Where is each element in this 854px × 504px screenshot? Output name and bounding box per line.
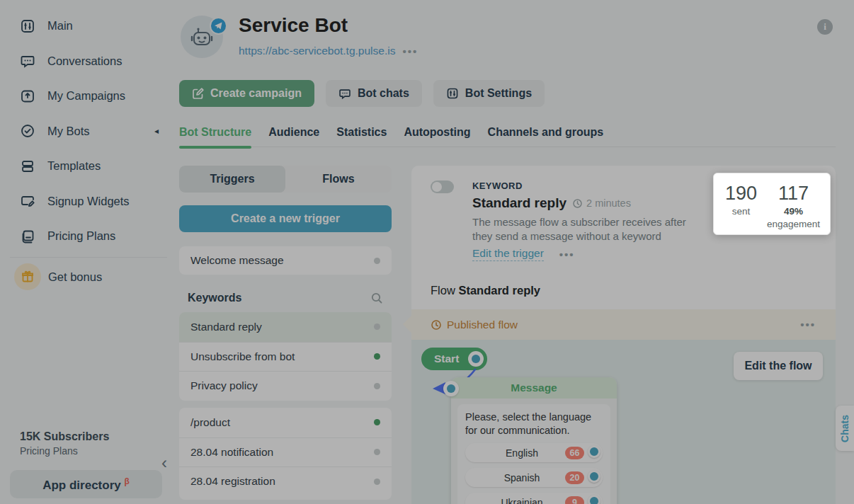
flow-button-english[interactable]: English 66 <box>465 443 603 462</box>
segment-triggers[interactable]: Triggers <box>179 166 285 193</box>
list-item[interactable]: Unsubscribe from bot <box>179 342 392 372</box>
get-bonus-label: Get bonus <box>48 270 102 284</box>
keyword-group: /product 28.04 notification 28.04 regist… <box>179 408 392 500</box>
sidebar-item-label: Signup Widgets <box>47 195 130 208</box>
triggers-flows-switch: Triggers Flows <box>179 166 392 193</box>
sidebar-item-label: My Bots <box>47 125 90 138</box>
published-flow-bar: Published flow ••• <box>411 309 836 340</box>
list-item[interactable]: Privacy policy <box>179 371 392 401</box>
status-dot <box>374 383 380 389</box>
list-item[interactable]: 28.04 registration <box>179 466 392 496</box>
message-input-connector[interactable] <box>443 381 459 396</box>
tab-autoposting[interactable]: Autoposting <box>404 126 470 147</box>
engagement-percent: 49% <box>767 206 820 217</box>
message-node[interactable]: Message Please, select the language for … <box>451 377 617 504</box>
trigger-more-menu[interactable]: ••• <box>559 248 575 260</box>
tab-statistics[interactable]: Statistics <box>336 126 387 147</box>
click-count-badge: 66 <box>565 447 584 459</box>
segment-flows[interactable]: Flows <box>285 166 392 193</box>
telegram-icon <box>210 17 227 35</box>
chevron-left-icon: ◂ <box>154 126 159 136</box>
trigger-toggle[interactable] <box>431 181 454 193</box>
engagement-label: engagement <box>767 219 820 229</box>
list-item[interactable]: /product <box>179 408 392 437</box>
dashboard-icon <box>20 18 35 34</box>
tab-bot-structure[interactable]: Bot Structure <box>179 126 251 147</box>
message-text: Please, select the language for our comm… <box>465 411 603 437</box>
flow-more-menu[interactable]: ••• <box>800 319 816 331</box>
flow-canvas[interactable]: Start Message Please, select the languag… <box>411 340 836 504</box>
sidebar-item-label: Pricing Plans <box>47 229 115 243</box>
chat-bubble-icon <box>338 87 351 100</box>
flow-button-spanish[interactable]: Spanish 20 <box>465 468 603 487</box>
sent-value: 190 <box>725 183 757 204</box>
trigger-detail-panel: KEYWORD Standard reply 2 minutes The mes… <box>411 166 836 504</box>
button-output-connector[interactable] <box>588 495 600 504</box>
sidebar: Main Conversations My Campaigns <box>0 0 177 504</box>
button-output-connector[interactable] <box>588 470 600 483</box>
subscribers-count: 15K Subscribers <box>20 430 109 443</box>
edit-trigger-link[interactable]: Edit the trigger <box>472 247 544 261</box>
sidebar-item-label: Templates <box>47 159 101 173</box>
list-item-standard-reply[interactable]: Standard reply <box>179 312 392 342</box>
settings-sliders-icon <box>446 87 459 100</box>
sidebar-item-label: Main <box>47 19 73 33</box>
sidebar-item-signup-widgets[interactable]: Signup Widgets <box>20 184 167 219</box>
tab-audience[interactable]: Audience <box>268 126 319 147</box>
sidebar-divider <box>10 257 167 258</box>
status-dot <box>374 353 380 360</box>
plan-info: 15K Subscribers Pricing Plans <box>20 430 109 457</box>
search-icon[interactable] <box>370 292 383 304</box>
history-clock-icon <box>572 198 583 209</box>
engagement-stat: 117 49% engagement <box>767 183 820 229</box>
flow-button-ukrainian[interactable]: Ukrainian 9 <box>465 493 603 504</box>
edit-flow-button[interactable]: Edit the flow <box>734 352 823 380</box>
page-title: Service Bot <box>239 14 348 37</box>
sidebar-nav: Main Conversations My Campaigns <box>20 8 167 254</box>
bot-settings-button[interactable]: Bot Settings <box>433 80 545 107</box>
info-icon[interactable]: i <box>817 19 833 35</box>
published-flow-status: Published flow <box>431 319 518 331</box>
templates-icon <box>20 159 35 174</box>
chat-bubble-icon <box>20 53 35 69</box>
sidebar-item-main[interactable]: Main <box>20 8 167 44</box>
button-output-connector[interactable] <box>588 445 600 458</box>
status-dot <box>374 419 380 425</box>
pricing-icon <box>20 229 35 244</box>
toolbar: Create campaign Bot chats Bot Settings <box>179 80 545 107</box>
start-output-connector[interactable] <box>468 351 484 367</box>
gift-icon <box>14 263 41 290</box>
bot-chats-button[interactable]: Bot chats <box>326 80 422 107</box>
last-edited: 2 minutes <box>572 197 631 209</box>
status-dot <box>374 258 380 264</box>
list-item[interactable]: Welcome message <box>179 246 392 275</box>
chats-side-tab[interactable]: Chats <box>836 406 854 451</box>
bot-url-link[interactable]: https://abc-servicebot.tg.pulse.is <box>239 45 395 57</box>
keywords-heading: Keywords <box>188 292 241 304</box>
sidebar-item-get-bonus[interactable]: Get bonus <box>14 263 102 290</box>
sidebar-item-conversations[interactable]: Conversations <box>20 44 167 79</box>
message-node-body: Please, select the language for our comm… <box>457 404 610 504</box>
sidebar-item-templates[interactable]: Templates <box>20 149 167 184</box>
tab-channels-groups[interactable]: Channels and groups <box>488 126 604 147</box>
sent-label: sent <box>725 206 757 217</box>
sidebar-item-my-campaigns[interactable]: My Campaigns <box>20 79 167 114</box>
create-campaign-button[interactable]: Create campaign <box>179 80 314 107</box>
status-dot <box>374 323 380 330</box>
beta-badge: β <box>124 476 129 486</box>
sidebar-item-label: Conversations <box>47 55 122 68</box>
pricing-plans-link[interactable]: Pricing Plans <box>20 445 109 457</box>
bots-icon <box>20 123 35 139</box>
sidebar-item-my-bots[interactable]: My Bots ◂ <box>20 114 167 149</box>
sidebar-collapse-button[interactable]: ‹ <box>161 453 167 473</box>
sidebar-item-pricing-plans[interactable]: Pricing Plans <box>20 219 167 254</box>
widgets-icon <box>20 193 35 209</box>
toggle-knob <box>432 182 442 192</box>
app-directory-button[interactable]: App directory β <box>10 470 162 498</box>
list-item[interactable]: 28.04 notification <box>179 437 392 467</box>
create-trigger-button[interactable]: Create a new trigger <box>179 205 392 232</box>
message-node-header: Message <box>451 377 617 399</box>
status-dot <box>374 449 380 455</box>
url-more-menu[interactable]: ••• <box>402 45 418 57</box>
click-count-badge: 20 <box>565 471 584 484</box>
